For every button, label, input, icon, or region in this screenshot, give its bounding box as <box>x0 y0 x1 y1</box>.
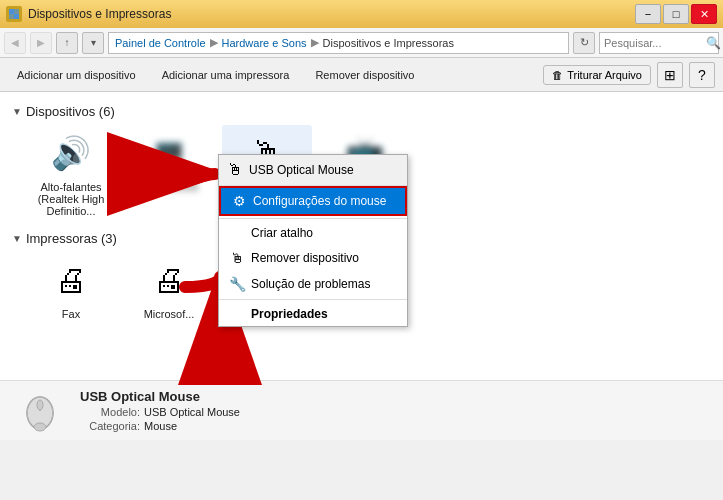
ctx-item-config[interactable]: ⚙ Configurações do mouse <box>219 186 407 216</box>
breadcrumb-current: Dispositivos e Impressoras <box>323 37 454 49</box>
ctx-remover-label: Remover dispositivo <box>251 251 359 265</box>
context-menu-header-label: USB Optical Mouse <box>249 163 354 177</box>
device-speakers[interactable]: 🔊 Alto-falantes (Realtek High Definitio.… <box>26 125 116 221</box>
svg-point-10 <box>34 423 46 431</box>
breadcrumb-sep-1: ▶ <box>210 36 218 49</box>
device-fax[interactable]: 🖨 Fax <box>26 252 116 324</box>
config-icon: ⚙ <box>231 193 247 209</box>
forward-button[interactable]: ▶ <box>30 32 52 54</box>
solucao-icon: 🔧 <box>229 276 245 292</box>
title-bar-left: Dispositivos e Impressoras <box>6 6 171 22</box>
categoria-value: Mouse <box>144 420 177 432</box>
title-bar-controls: − □ ✕ <box>635 4 717 24</box>
ctx-item-solucao[interactable]: 🔧 Solução de problemas <box>219 271 407 297</box>
help-button[interactable]: ? <box>689 62 715 88</box>
printers-label: Impressoras (3) <box>26 231 117 246</box>
ctx-atalho-label: Criar atalho <box>251 226 313 240</box>
ctx-solucao-label: Solução de problemas <box>251 277 370 291</box>
remover-icon: 🖱 <box>229 250 245 266</box>
window-title: Dispositivos e Impressoras <box>28 7 171 21</box>
modelo-label: Modelo: <box>80 406 140 418</box>
up-button[interactable]: ↑ <box>56 32 78 54</box>
back-button[interactable]: ◀ <box>4 32 26 54</box>
status-device-icon <box>16 387 64 435</box>
remove-device-button[interactable]: Remover dispositivo <box>306 65 423 85</box>
ctx-item-atalho[interactable]: Criar atalho <box>219 221 407 245</box>
categoria-label: Categoria: <box>80 420 140 432</box>
fax-icon: 🖨 <box>47 256 95 304</box>
search-box: 🔍 <box>599 32 719 54</box>
search-input[interactable] <box>604 37 704 49</box>
blurred-icon-1: 💻 <box>145 129 193 177</box>
svg-rect-2 <box>9 14 14 19</box>
fax-label: Fax <box>62 308 80 320</box>
ctx-item-propriedades[interactable]: Propriedades <box>219 302 407 326</box>
shredder-icon: 🗑 <box>552 69 563 81</box>
ctx-propriedades-label: Propriedades <box>251 307 328 321</box>
view-toggle-button[interactable]: ⊞ <box>657 62 683 88</box>
add-device-button[interactable]: Adicionar um dispositivo <box>8 65 145 85</box>
triturar-button[interactable]: 🗑 Triturar Arquivo <box>543 65 651 85</box>
close-button[interactable]: ✕ <box>691 4 717 24</box>
status-bar: USB Optical Mouse Modelo: USB Optical Mo… <box>0 380 723 440</box>
ctx-separator-1 <box>219 218 407 219</box>
devices-toggle[interactable]: ▼ <box>12 106 22 117</box>
devices-label: Dispositivos (6) <box>26 104 115 119</box>
microsoft-label: Microsof... <box>144 308 195 320</box>
context-menu-header: 🖱 USB Optical Mouse <box>219 155 407 186</box>
svg-point-9 <box>37 400 43 410</box>
context-menu-header-icon: 🖱 <box>227 161 243 179</box>
modelo-value: USB Optical Mouse <box>144 406 240 418</box>
minimize-button[interactable]: − <box>635 4 661 24</box>
speakers-label: Alto-falantes (Realtek High Definitio... <box>30 181 112 217</box>
ctx-separator-2 <box>219 299 407 300</box>
ctx-config-label: Configurações do mouse <box>253 194 386 208</box>
status-category-row: Categoria: Mouse <box>80 420 240 432</box>
search-icon: 🔍 <box>706 36 721 50</box>
status-model-row: Modelo: USB Optical Mouse <box>80 406 240 418</box>
app-icon <box>6 6 22 22</box>
ctx-item-remover[interactable]: 🖱 Remover dispositivo <box>219 245 407 271</box>
add-printer-button[interactable]: Adicionar uma impressora <box>153 65 299 85</box>
breadcrumb-hardware[interactable]: Hardware e Sons <box>222 37 307 49</box>
mouse-svg <box>18 389 62 433</box>
recent-button[interactable]: ▾ <box>82 32 104 54</box>
main-content: ▼ Dispositivos (6) 🔊 Alto-falantes (Real… <box>0 92 723 440</box>
svg-rect-1 <box>14 9 19 14</box>
svg-rect-3 <box>14 14 19 19</box>
svg-rect-0 <box>9 9 14 14</box>
status-device-name: USB Optical Mouse <box>80 389 240 404</box>
title-bar: Dispositivos e Impressoras − □ ✕ <box>0 0 723 28</box>
triturar-label: Triturar Arquivo <box>567 69 642 81</box>
refresh-button[interactable]: ↻ <box>573 32 595 54</box>
microsoft-icon: 🖨 <box>145 256 193 304</box>
toolbar: Adicionar um dispositivo Adicionar uma i… <box>0 58 723 92</box>
blurred-label-1: XXXXXXXX <box>140 181 199 193</box>
context-menu: 🖱 USB Optical Mouse ⚙ Configurações do m… <box>218 154 408 327</box>
breadcrumb: Painel de Controle ▶ Hardware e Sons ▶ D… <box>108 32 569 54</box>
breadcrumb-control-panel[interactable]: Painel de Controle <box>115 37 206 49</box>
devices-section-header: ▼ Dispositivos (6) <box>12 104 711 119</box>
device-blurred-1[interactable]: 💻 XXXXXXXX <box>124 125 214 221</box>
toolbar-right: 🗑 Triturar Arquivo ⊞ ? <box>543 62 715 88</box>
printers-toggle[interactable]: ▼ <box>12 233 22 244</box>
status-info: USB Optical Mouse Modelo: USB Optical Mo… <box>80 389 240 432</box>
address-bar: ◀ ▶ ↑ ▾ Painel de Controle ▶ Hardware e … <box>0 28 723 58</box>
breadcrumb-sep-2: ▶ <box>311 36 319 49</box>
device-microsoft[interactable]: 🖨 Microsof... <box>124 252 214 324</box>
speakers-icon: 🔊 <box>47 129 95 177</box>
maximize-button[interactable]: □ <box>663 4 689 24</box>
